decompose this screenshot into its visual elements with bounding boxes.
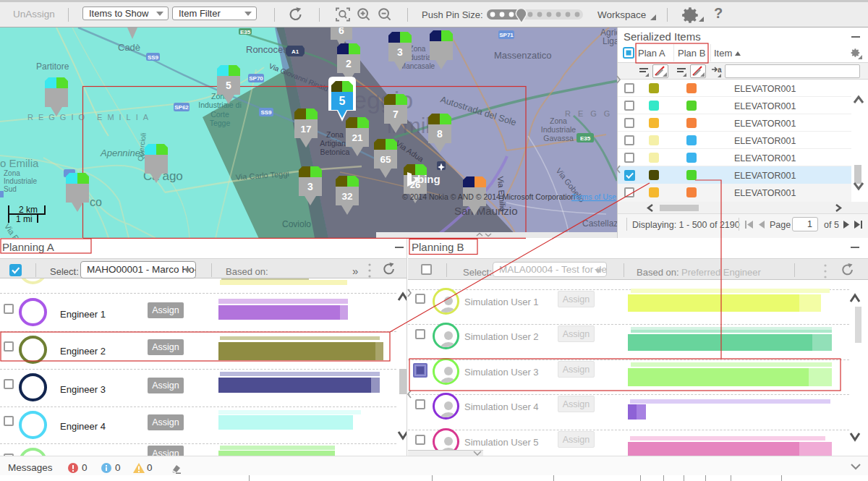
svg-text:Sud: Sud <box>4 185 17 193</box>
svg-text:San Maurizio: San Maurizio <box>454 205 518 217</box>
svg-text:2 km: 2 km <box>19 205 38 215</box>
svg-text:REGG: REGG <box>565 109 617 118</box>
svg-text:Gavassa: Gavassa <box>543 134 574 142</box>
svg-text:17: 17 <box>300 124 311 135</box>
svg-text:o Emilia: o Emilia <box>0 157 39 169</box>
svg-text:5: 5 <box>226 80 231 91</box>
svg-text:REGGIO EMILIA: REGGIO EMILIA <box>27 113 153 122</box>
svg-text:a: a <box>718 66 722 74</box>
svg-text:Coviolo: Coviolo <box>282 219 311 229</box>
svg-text:Ligab: Ligab <box>603 36 617 46</box>
svg-text:3: 3 <box>397 46 403 58</box>
svg-text:SP71: SP71 <box>499 32 514 38</box>
svg-text:3: 3 <box>307 181 313 192</box>
svg-text:Industriale di: Industriale di <box>198 101 242 109</box>
svg-text:Tegge: Tegge <box>210 119 231 127</box>
svg-text:Industriale: Industriale <box>4 177 38 185</box>
svg-text:1 mi: 1 mi <box>16 214 33 224</box>
svg-text:32: 32 <box>341 191 352 202</box>
svg-text:8: 8 <box>437 128 443 140</box>
svg-text:Partitore: Partitore <box>36 61 69 72</box>
svg-text:Artigiana: Artigiana <box>320 139 350 148</box>
svg-text:Zona: Zona <box>326 130 344 139</box>
svg-text:SP70: SP70 <box>249 75 263 82</box>
svg-text:Roncocesi: Roncocesi <box>246 44 290 55</box>
svg-text:© 2014 Nokia © AND © 2014 Micr: © 2014 Nokia © AND © 2014 Microsoft Corp… <box>402 192 575 201</box>
svg-text:co: co <box>90 196 102 208</box>
svg-text:5: 5 <box>339 95 346 107</box>
svg-text:Corte: Corte <box>210 110 229 119</box>
svg-text:SS9: SS9 <box>148 54 159 61</box>
svg-text:A1: A1 <box>292 48 299 55</box>
svg-text:E35: E35 <box>580 135 591 142</box>
svg-text:2: 2 <box>346 58 352 69</box>
svg-text:Industriale: Industriale <box>541 125 576 134</box>
svg-text:Cadè: Cadè <box>118 42 140 53</box>
svg-text:SP62: SP62 <box>174 104 189 111</box>
svg-text:Mancasale: Mancasale <box>400 62 435 70</box>
svg-text:6: 6 <box>339 27 344 36</box>
svg-text:65: 65 <box>380 154 391 165</box>
svg-text:E35: E35 <box>240 29 251 35</box>
svg-text:Castellazz: Castellazz <box>582 218 617 229</box>
svg-text:7: 7 <box>393 108 399 120</box>
svg-text:21: 21 <box>352 132 363 143</box>
svg-text:Zona: Zona <box>409 45 426 53</box>
svg-text:Zona: Zona <box>4 169 20 177</box>
svg-text:bing: bing <box>417 173 441 185</box>
svg-text:Terms of Use: Terms of Use <box>571 192 616 201</box>
svg-text:Massenzatico: Massenzatico <box>494 50 551 61</box>
svg-text:SS9: SS9 <box>260 109 272 116</box>
svg-text:Betonica: Betonica <box>320 148 350 156</box>
